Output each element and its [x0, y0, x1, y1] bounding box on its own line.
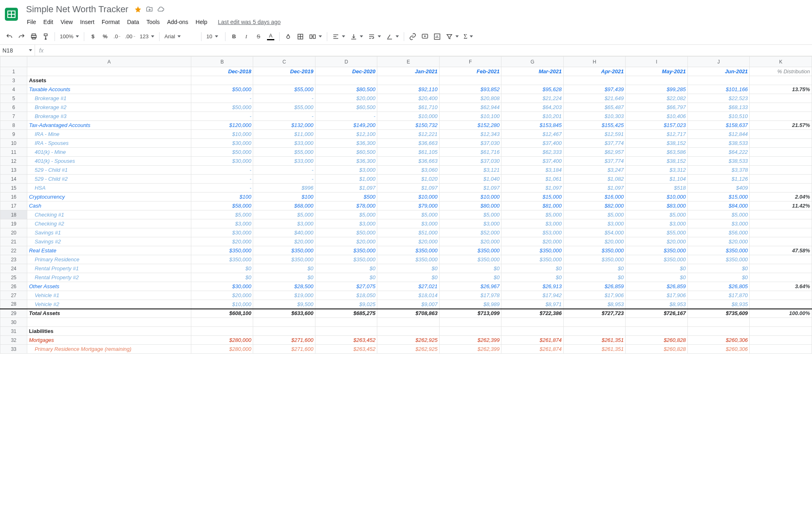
cell[interactable]: $12,717 — [626, 130, 687, 139]
cell[interactable]: $100 — [253, 193, 315, 201]
menu-insert[interactable]: Insert — [77, 17, 98, 27]
cell[interactable]: Checking #2 — [27, 219, 191, 228]
cell[interactable]: $9,007 — [377, 300, 439, 309]
cell[interactable]: % Distribution — [750, 67, 812, 76]
cell[interactable]: $9,025 — [315, 300, 377, 309]
cell[interactable]: $20,000 — [501, 237, 563, 246]
currency-button[interactable]: $ — [87, 31, 99, 42]
menu-addons[interactable]: Add-ons — [164, 17, 191, 27]
cell[interactable] — [27, 318, 191, 327]
cell[interactable]: Jun-2021 — [687, 67, 749, 76]
cell[interactable]: $280,000 — [191, 336, 253, 345]
cell[interactable]: 3.64% — [750, 282, 812, 291]
cell[interactable]: - — [253, 94, 315, 103]
cell[interactable]: IRA - Spouses — [27, 139, 191, 148]
cell[interactable] — [377, 76, 439, 85]
cell[interactable]: $727,723 — [563, 309, 625, 318]
cell[interactable]: $158,637 — [687, 121, 749, 130]
cell[interactable] — [439, 76, 501, 85]
cell[interactable]: $350,000 — [501, 255, 563, 264]
cell[interactable] — [563, 318, 625, 327]
cell[interactable]: $633,600 — [253, 309, 315, 318]
cell[interactable]: $3,121 — [439, 166, 501, 175]
cell[interactable]: $735,609 — [687, 309, 749, 318]
cell[interactable]: $82,000 — [563, 201, 625, 210]
cell[interactable]: - — [191, 184, 253, 193]
cell[interactable]: $685,275 — [315, 309, 377, 318]
cell[interactable]: $50,000 — [191, 85, 253, 94]
cell[interactable]: $10,303 — [563, 112, 625, 121]
cell[interactable] — [750, 300, 812, 309]
cell[interactable]: $92,110 — [377, 85, 439, 94]
fill-color-button[interactable] — [282, 31, 294, 42]
cell[interactable]: $83,000 — [626, 201, 687, 210]
cell[interactable]: $30,000 — [191, 282, 253, 291]
cell[interactable]: $10,000 — [191, 300, 253, 309]
cell[interactable] — [501, 76, 563, 85]
cell[interactable]: $3,000 — [377, 219, 439, 228]
cell[interactable]: $350,000 — [501, 246, 563, 255]
cell[interactable]: $38,152 — [626, 139, 687, 148]
cell[interactable]: $30,000 — [191, 139, 253, 148]
cell[interactable]: $17,942 — [501, 291, 563, 300]
cell[interactable] — [750, 148, 812, 157]
cell[interactable]: 21.57% — [750, 121, 812, 130]
cell[interactable]: May-2021 — [626, 67, 687, 76]
cell[interactable]: $53,000 — [501, 228, 563, 237]
cell[interactable]: $1,097 — [563, 184, 625, 193]
row-header[interactable]: 28 — [0, 300, 27, 309]
cell[interactable]: $66,797 — [626, 103, 687, 112]
col-header-A[interactable]: A — [27, 57, 191, 67]
cell[interactable]: $26,859 — [626, 282, 687, 291]
cell[interactable]: $260,828 — [626, 336, 687, 345]
cell[interactable]: $1,097 — [377, 184, 439, 193]
cell[interactable] — [191, 76, 253, 85]
cell[interactable]: $0 — [626, 264, 687, 273]
cell[interactable]: - — [253, 175, 315, 184]
cell[interactable]: $262,399 — [439, 345, 501, 354]
cell[interactable]: - — [253, 166, 315, 175]
cell[interactable]: - — [315, 112, 377, 121]
cell[interactable]: $350,000 — [253, 246, 315, 255]
cell[interactable]: $12,591 — [563, 130, 625, 139]
cell[interactable]: $261,874 — [501, 345, 563, 354]
increase-decimal-button[interactable]: .00→ — [123, 31, 137, 42]
cell[interactable]: Dec-2018 — [191, 67, 253, 76]
cell[interactable]: $40,000 — [253, 228, 315, 237]
text-color-button[interactable]: A — [265, 31, 277, 42]
cell[interactable]: $38,533 — [687, 139, 749, 148]
cell[interactable] — [750, 210, 812, 219]
row-header[interactable]: 19 — [0, 219, 27, 228]
cell[interactable]: Checking #1 — [27, 210, 191, 219]
cell[interactable] — [750, 175, 812, 184]
cell[interactable] — [750, 318, 812, 327]
cell[interactable]: $10,000 — [439, 193, 501, 201]
col-header-E[interactable]: E — [377, 57, 439, 67]
cell[interactable]: $3,000 — [563, 219, 625, 228]
row-header[interactable]: 13 — [0, 166, 27, 175]
cell[interactable]: $9,500 — [253, 300, 315, 309]
cell[interactable]: 401(k) - Spouses — [27, 157, 191, 166]
cell[interactable]: $350,000 — [377, 246, 439, 255]
cell[interactable]: $21,649 — [563, 94, 625, 103]
cell[interactable]: $1,082 — [563, 175, 625, 184]
cell[interactable]: $1,020 — [377, 175, 439, 184]
menu-format[interactable]: Format — [98, 17, 123, 27]
cell[interactable]: $20,000 — [377, 237, 439, 246]
col-header-H[interactable]: H — [563, 57, 625, 67]
cell[interactable]: Dec-2019 — [253, 67, 315, 76]
row-header[interactable]: 14 — [0, 175, 27, 184]
cell[interactable]: $5,000 — [377, 210, 439, 219]
cell[interactable]: $350,000 — [315, 255, 377, 264]
cell[interactable]: $350,000 — [626, 246, 687, 255]
cell[interactable]: Total Assets — [27, 309, 191, 318]
cloud-icon[interactable] — [157, 5, 165, 13]
cell[interactable] — [27, 67, 191, 76]
cell[interactable]: $3,000 — [253, 219, 315, 228]
cell[interactable] — [750, 345, 812, 354]
cell[interactable]: $62,957 — [563, 148, 625, 157]
cell[interactable]: $20,000 — [439, 237, 501, 246]
cell[interactable]: - — [191, 166, 253, 175]
cell[interactable]: $78,000 — [315, 201, 377, 210]
cell[interactable]: $0 — [253, 273, 315, 282]
